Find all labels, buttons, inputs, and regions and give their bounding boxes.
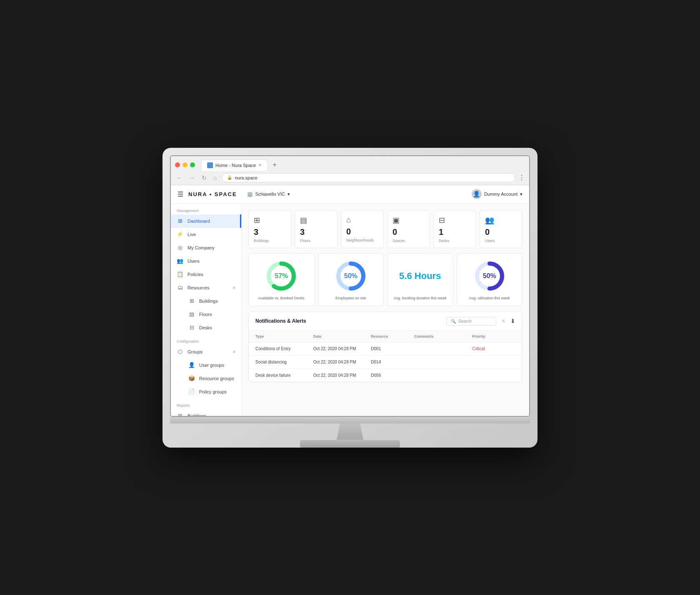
sidebar: Management ⊞ Dashboard ⚡ Live ◎ My Compa…: [171, 204, 242, 416]
desks-stat-icon: ⊟: [439, 216, 445, 225]
dashboard-icon: ⊞: [177, 218, 183, 224]
cell-type: Conditions of Entry: [255, 346, 313, 351]
cell-date: Oct 22, 2020 04:28 PM: [313, 346, 371, 351]
stats-grid: ⊞ 3 Buildings ▤ 3 Floors ⌂ 0 Neighbourho…: [248, 210, 522, 248]
sidebar-item-floors[interactable]: ▤ Floors: [177, 308, 241, 321]
floors-stat-label: Floors: [300, 239, 310, 243]
stat-card-buildings: ⊞ 3 Buildings: [248, 210, 291, 248]
tab-close-button[interactable]: ✕: [258, 163, 262, 167]
location-chevron-icon: ▾: [288, 192, 290, 197]
browser-tab[interactable]: Home - Nura Space ✕: [201, 159, 268, 171]
location-selector[interactable]: 🏢 Schiavello VIC ▾: [247, 192, 290, 197]
users-stat-label: Users: [485, 239, 495, 243]
sidebar-item-users[interactable]: 👥 Users: [171, 254, 241, 268]
donut-avail-desks: 57%: [265, 259, 298, 293]
stat-card-users: 👥 0 Users: [480, 210, 522, 248]
sidebar-item-buildings[interactable]: ⊞ Buildings: [177, 294, 241, 308]
sidebar-item-label: Floors: [199, 312, 235, 317]
buildings-stat-label: Buildings: [254, 239, 269, 243]
avatar: 👤: [472, 189, 482, 199]
buildings-icon: ⊞: [188, 298, 195, 304]
main-content: ⊞ 3 Buildings ▤ 3 Floors ⌂ 0 Neighbourho…: [242, 204, 529, 416]
users-stat-value: 0: [485, 227, 490, 237]
sidebar-item-dashboard[interactable]: ⊞ Dashboard: [171, 214, 241, 228]
avg-util-label: Avg. utilisation this week: [469, 296, 510, 300]
sidebar-item-policies[interactable]: 📋 Policies: [171, 268, 241, 281]
sidebar-item-buildings-report[interactable]: ⊞ Buildings: [171, 409, 241, 416]
spaces-stat-value: 0: [392, 227, 397, 237]
forward-button[interactable]: →: [188, 174, 197, 182]
floors-stat-icon: ▤: [300, 216, 307, 225]
lock-icon: 🔒: [227, 175, 232, 180]
sidebar-item-policygroups[interactable]: 📄 Policy groups: [177, 385, 241, 398]
table-row: Desk device failure Oct 22, 2020 04:28 P…: [249, 369, 522, 382]
search-clear-button[interactable]: ✕: [501, 318, 505, 324]
notifications-search[interactable]: 🔍 Search: [446, 317, 496, 326]
sidebar-item-label: Groups: [188, 349, 228, 354]
reload-button[interactable]: ↻: [200, 174, 208, 182]
resourcegroups-icon: 📦: [188, 375, 195, 382]
new-tab-button[interactable]: +: [270, 160, 280, 170]
cell-resource: D056: [371, 373, 414, 378]
avg-booking-value: 5.6 Hours: [399, 271, 441, 281]
users-icon: 👥: [177, 258, 183, 264]
stat-card-spaces: ▣ 0 Spaces: [387, 210, 430, 248]
donut-util: 50%: [473, 259, 506, 293]
sidebar-item-groups[interactable]: ⬡ Groups ∧: [171, 345, 241, 358]
donut-avail-desks-text: 57%: [275, 272, 288, 280]
avg-booking-label: Avg. booking duration this week: [394, 296, 447, 300]
sidebar-item-label: Buildings: [199, 299, 235, 304]
col-date: Date: [313, 334, 371, 339]
stat-card-neighbourhoods: ⌂ 0 Neighbourhoods: [341, 210, 384, 248]
sidebar-item-live[interactable]: ⚡ Live: [171, 228, 241, 241]
table-header: Type Date Resource Comments Priority: [249, 331, 522, 342]
download-button[interactable]: ⬇: [510, 318, 515, 324]
stat-card-desks: ⊟ 1 Desks: [433, 210, 476, 248]
sidebar-item-resources[interactable]: 🗂 Resources ∧: [171, 281, 241, 294]
floors-stat-value: 3: [300, 227, 305, 237]
traffic-light-green[interactable]: [190, 162, 195, 167]
home-button[interactable]: ⌂: [212, 174, 218, 182]
sidebar-item-label: Live: [188, 232, 235, 237]
sidebar-item-mycompany[interactable]: ◎ My Company: [171, 241, 241, 254]
buildings-report-icon: ⊞: [177, 413, 183, 416]
donut-employees: 50%: [334, 259, 368, 293]
chart-avail-desks: 57% Available vs. Booked Desks: [248, 253, 315, 306]
sidebar-item-resourcegroups[interactable]: 📦 Resource groups: [177, 372, 241, 385]
notifications-title: Notifications & Alerts: [255, 318, 441, 324]
user-chevron-icon: ▾: [520, 192, 522, 197]
sidebar-item-label: Resource groups: [199, 376, 235, 381]
tab-title: Home - Nura Space: [215, 163, 256, 168]
sidebar-item-label: Policy groups: [199, 389, 235, 394]
sidebar-item-usergroups[interactable]: 👤 User groups: [177, 358, 241, 372]
monitor-base: [300, 440, 400, 448]
user-account-menu[interactable]: 👤 Dummy Account ▾: [472, 189, 522, 199]
app-logo: NURA • SPACE: [188, 191, 237, 197]
address-bar[interactable]: 🔒 nura.space: [222, 173, 515, 182]
monitor-bezel: [170, 417, 530, 423]
table-row: Conditions of Entry Oct 22, 2020 04:28 P…: [249, 342, 522, 356]
traffic-light-yellow[interactable]: [182, 162, 188, 167]
cell-resource: D001: [371, 346, 414, 351]
notifications-card: Notifications & Alerts 🔍 Search ✕ ⬇ Type…: [248, 311, 522, 382]
chevron-up-icon: ∧: [232, 285, 235, 290]
traffic-light-red[interactable]: [175, 162, 180, 167]
search-icon: 🔍: [451, 319, 456, 324]
neighbourhoods-stat-label: Neighbourhoods: [346, 238, 374, 242]
sidebar-item-label: Desks: [199, 325, 235, 330]
users-stat-icon: 👥: [485, 216, 494, 225]
col-resource: Resource: [371, 334, 414, 339]
search-placeholder: Search: [458, 319, 472, 324]
groups-submenu: 👤 User groups 📦 Resource groups 📄 Policy…: [171, 358, 241, 398]
neighbourhoods-stat-value: 0: [346, 227, 351, 237]
sidebar-item-label: Dashboard: [188, 219, 234, 224]
hamburger-menu-icon[interactable]: ☰: [178, 190, 183, 198]
sidebar-item-desks[interactable]: ⊟ Desks: [177, 321, 241, 334]
live-icon: ⚡: [177, 231, 183, 238]
chart-avg-util: 50% Avg. utilisation this week: [457, 253, 523, 306]
policygroups-icon: 📄: [188, 388, 195, 395]
back-button[interactable]: ←: [175, 174, 184, 182]
desks-stat-label: Desks: [439, 239, 449, 243]
donut-util-text: 50%: [483, 272, 496, 280]
browser-more-button[interactable]: ⋮: [518, 174, 525, 182]
